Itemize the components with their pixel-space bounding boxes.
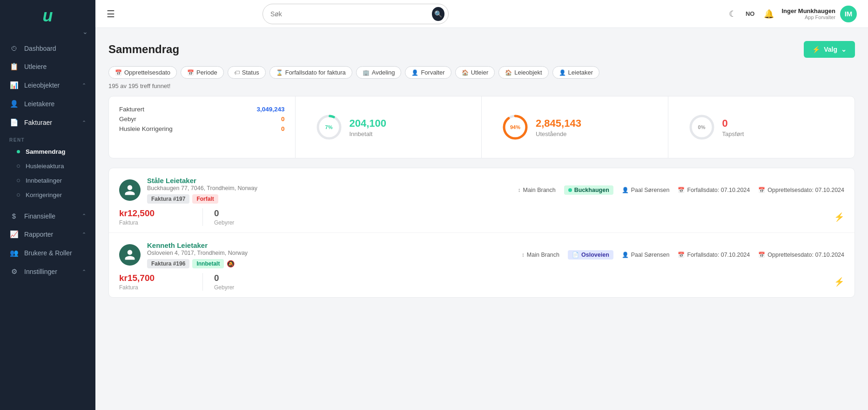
sidebar-item-leietakere[interactable]: 👤 Leietakere: [0, 95, 95, 113]
amount-section: kr12,500 Faktura: [119, 208, 203, 226]
sidebar-sub-korrigeringer[interactable]: Korrigeringer: [0, 188, 95, 202]
sidebar-sub-innbetalinger[interactable]: Innbetalinger: [0, 173, 95, 188]
tag-icon: 🏷: [234, 69, 240, 76]
calendar-icon: 📅: [758, 252, 765, 258]
invoice-amount: kr12,500: [119, 208, 191, 219]
sidebar-item-innstillinger[interactable]: ⚙ Innstillinger ⌃: [0, 262, 95, 281]
gebyr-label: Gebyrer: [214, 284, 287, 291]
invoice-row: Kenneth Leietaker Osloveien 4, 7017, Tro…: [109, 233, 855, 297]
avatar[interactable]: IM: [840, 6, 857, 22]
utleiere-icon: 📋: [9, 62, 19, 71]
tapsfrt-info: 0 Tapsført: [722, 117, 744, 137]
sidebar-item-label: Brukere & Roller: [24, 249, 72, 257]
chevron-icon: ⌃: [82, 269, 86, 275]
building-icon: 🏠: [462, 69, 469, 76]
sidebar-sub-sammendrag[interactable]: Sammendrag: [0, 144, 95, 159]
notifications-icon[interactable]: 🔔: [764, 9, 774, 19]
innstillinger-icon: ⚙: [9, 267, 19, 276]
action-icon[interactable]: ⚡: [834, 212, 844, 222]
chevron-down-icon: ⌄: [841, 46, 847, 53]
invoice-meta: ↕ Main Branch 📄 Osloveien 👤 Paal Sørense…: [522, 250, 844, 260]
result-count: 195 av 195 treff funnet!: [108, 82, 855, 89]
search-icon: 🔍: [434, 10, 442, 18]
sidebar-item-label: Dashboard: [24, 45, 56, 52]
tenant-name[interactable]: Kenneth Leietaker: [147, 241, 248, 249]
utestaaende-circ: 94% 2,845,143 Utestående: [492, 106, 658, 149]
property-badge[interactable]: Buckhaugen: [564, 185, 613, 195]
action-icon[interactable]: ⚡: [834, 277, 844, 287]
inactive-dot: [17, 164, 20, 168]
fakturert-row: Fakturert 3,049,243: [119, 106, 285, 113]
leietakere-icon: 👤: [9, 100, 19, 108]
utestaaende-label: Utestående: [536, 130, 581, 137]
moon-icon[interactable]: ☾: [729, 9, 736, 19]
filter-forvalter[interactable]: 👤 Forvalter: [405, 66, 451, 79]
brukere-icon: 👥: [9, 249, 19, 257]
finansielle-icon: $: [9, 212, 19, 220]
filter-forfallsdato[interactable]: ⌛ Forfallsdato for faktura: [269, 66, 352, 79]
search-input[interactable]: [270, 10, 428, 18]
forfallsdato-item: 📅 Forfallsdato: 07.10.2024: [678, 252, 750, 258]
sidebar-item-finansielle[interactable]: $ Finansielle ⌃: [0, 207, 95, 225]
property-name: Osloveien: [581, 252, 609, 258]
hamburger-icon[interactable]: ☰: [107, 8, 115, 20]
topbar: ☰ 🔍 ☾ NO 🔔 Inger Munkhaugen App Forvalte…: [95, 0, 868, 28]
active-dot: [17, 150, 20, 153]
rapporter-icon: 📈: [9, 230, 19, 239]
innbetalt-label: Innbetalt: [350, 130, 387, 137]
filter-label: Opprettelsesdato: [124, 69, 170, 76]
invoice-amount: kr15,700: [119, 273, 191, 283]
person-icon: 👤: [622, 187, 629, 193]
filter-label: Periode: [196, 69, 217, 76]
sidebar-item-fakturaer[interactable]: 📄 Fakturaer ⌃: [0, 113, 95, 132]
topbar-right: ☾ NO 🔔 Inger Munkhaugen App Forvalter IM: [729, 6, 857, 22]
filter-utleier[interactable]: 🏠 Utleier: [455, 66, 495, 79]
person-icon: 👤: [411, 69, 418, 76]
sidebar: u ⌄ ⏲ Dashboard 📋 Utleiere 📊 Leieobjekte…: [0, 0, 95, 410]
invoice-meta: ↕ Main Branch Buckhaugen 👤 Paal Sørensen: [518, 185, 844, 195]
innbetalt-circ: 7% 204,100 Innbetalt: [306, 106, 471, 149]
tenant-address: Buckhaugen 77, 7046, Trondheim, Norway: [147, 185, 257, 191]
property-badge[interactable]: 📄 Osloveien: [568, 250, 613, 260]
sidebar-item-utleiere[interactable]: 📋 Utleiere: [0, 57, 95, 76]
person-icon: 👤: [559, 69, 566, 76]
sidebar-item-leieobjekter[interactable]: 📊 Leieobjekter ⌃: [0, 76, 95, 95]
logo-text: u: [43, 7, 53, 24]
sidebar-item-brukere[interactable]: 👥 Brukere & Roller: [0, 244, 95, 262]
valg-button[interactable]: ⚡ Valg ⌄: [804, 41, 855, 58]
filter-opprettelsesdato[interactable]: 📅 Opprettelsesdato: [108, 66, 177, 79]
manager-name: Paal Sørensen: [631, 252, 670, 258]
filter-status[interactable]: 🏷 Status: [228, 66, 266, 79]
gebyr-row: Gebyr 0: [119, 116, 285, 123]
chevron-down-icon[interactable]: ⌄: [82, 28, 88, 35]
property-icon: 📄: [572, 252, 579, 258]
filter-leietaker[interactable]: 👤 Leietaker: [552, 66, 599, 79]
sidebar-item-dashboard[interactable]: ⏲ Dashboard: [0, 39, 95, 57]
opprettelsesdato-item: 📅 Opprettelsesdato: 07.10.2024: [758, 252, 844, 258]
fakturert-card: Fakturert 3,049,243 Gebyr 0 Husleie Korr…: [109, 96, 296, 158]
tenant-avatar: [119, 244, 141, 266]
rent-section-label: RENT: [0, 132, 95, 144]
sidebar-sub-husleie[interactable]: Husleieaktura: [0, 159, 95, 173]
building-icon: 🏠: [505, 69, 512, 76]
tenant-name[interactable]: Ståle Leietaker: [147, 177, 257, 184]
filter-avdeling[interactable]: 🏢 Avdeling: [356, 66, 402, 79]
search-button[interactable]: 🔍: [432, 7, 444, 21]
tapsfrt-circle: 0%: [689, 114, 715, 140]
husleie-row: Husleie Korrigering 0: [119, 125, 285, 132]
sidebar-item-label: Innstillinger: [24, 268, 57, 275]
sidebar-item-rapporter[interactable]: 📈 Rapporter ⌃: [0, 225, 95, 244]
language-button[interactable]: NO: [744, 9, 757, 18]
invoice-list: Ståle Leietaker Buckhaugen 77, 7046, Tro…: [108, 168, 855, 298]
status-badge: Forfalt: [192, 194, 218, 204]
husleie-label: Husleie Korrigering: [119, 125, 173, 132]
inactive-dot: [17, 193, 20, 197]
filter-periode[interactable]: 📅 Periode: [181, 66, 224, 79]
innbetalt-info: 204,100 Innbetalt: [350, 117, 387, 137]
filter-leieobjekt[interactable]: 🏠 Leieobjekt: [498, 66, 548, 79]
forfallsdato-label: Forfallsdato: 07.10.2024: [687, 252, 750, 258]
calendar-icon: 📅: [678, 252, 685, 258]
tapsfrt-circ: 0% 0 Tapsført: [679, 106, 845, 149]
sub-item-label: Korrigeringer: [26, 191, 62, 198]
collapse-btn[interactable]: ⌄: [0, 28, 95, 39]
